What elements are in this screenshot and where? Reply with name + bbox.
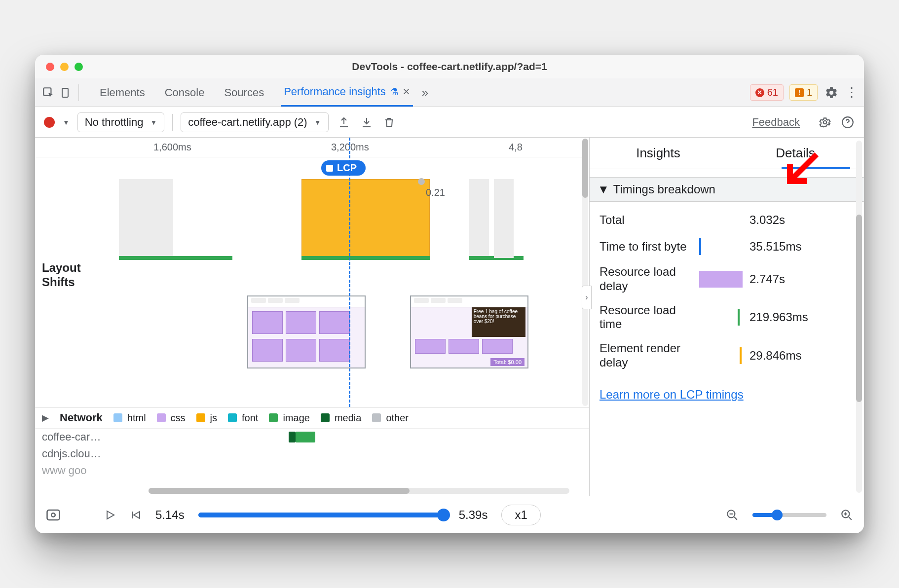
tab-insights[interactable]: Insights (590, 138, 727, 169)
timing-bar (301, 256, 430, 260)
filmstrip-frame (119, 179, 173, 258)
chevron-down-icon: ▼ (150, 118, 157, 126)
horizontal-scrollbar[interactable] (149, 488, 569, 494)
tab-label: Performance insights (284, 85, 386, 98)
import-icon[interactable] (359, 115, 374, 130)
record-menu-caret[interactable]: ▼ (63, 118, 70, 126)
help-icon[interactable] (840, 115, 855, 130)
metric-element-render-delay: Element render delay 29.846ms (590, 336, 864, 375)
tab-sources[interactable]: Sources (221, 78, 267, 107)
tab-label: Elements (100, 86, 145, 99)
learn-more-link[interactable]: Learn more on LCP timings (590, 380, 864, 409)
timeline-scrollbar[interactable] (582, 139, 588, 406)
details-tabs: Insights Details (590, 138, 864, 169)
svg-rect-4 (47, 510, 60, 520)
divider (172, 114, 173, 131)
svg-point-5 (51, 513, 55, 517)
legend-css: css (157, 412, 186, 424)
network-host: www goo (42, 464, 126, 477)
record-button[interactable] (44, 117, 55, 128)
cls-value: 0.21 (426, 187, 445, 198)
panel-tabs: Elements Console Sources Performance ins… (97, 78, 413, 107)
layout-shift-thumbnail[interactable]: Free 1 bag of coffee beans for purchase … (410, 295, 528, 368)
metric-total: Total 3.032s (590, 207, 864, 233)
playback-slider[interactable] (198, 513, 445, 517)
legend-image: image (269, 412, 309, 424)
layout-shift-thumbnail[interactable] (247, 295, 366, 368)
target-label: coffee-cart.netlify.app (2) (188, 116, 307, 129)
expand-icon[interactable]: ▶ (42, 412, 49, 423)
network-row[interactable]: cdnjs.clou… (35, 445, 589, 462)
play-button[interactable] (104, 509, 116, 521)
metric-ttfb: Time to first byte 35.515ms (590, 233, 864, 260)
devtools-window: DevTools - coffee-cart.netlify.app/?ad=1… (35, 55, 864, 533)
tab-console[interactable]: Console (162, 78, 208, 107)
lcp-marker[interactable]: LCP (321, 160, 366, 176)
rewind-button[interactable] (130, 509, 142, 521)
warnings-badge[interactable]: ! 1 (789, 84, 818, 101)
timeline[interactable]: 1,600ms 3,200ms 4,8 LCP (35, 138, 589, 407)
minimize-window-button[interactable] (60, 63, 69, 71)
cls-marker[interactable] (418, 178, 425, 185)
more-menu-icon[interactable]: ⋮ (845, 85, 858, 100)
network-track: ▶ Network html css js font image media o… (35, 407, 589, 496)
playhead[interactable] (349, 138, 350, 407)
tab-elements[interactable]: Elements (97, 78, 148, 107)
time-ruler: 1,600ms 3,200ms 4,8 (35, 138, 589, 157)
settings-icon[interactable] (824, 86, 838, 100)
timeline-lanes: 0.21 LayoutShifts Free 1 bag of coffee b (35, 157, 582, 407)
network-host: coffee-car… (42, 431, 126, 443)
more-tabs-button[interactable]: » (422, 86, 428, 100)
promo-banner-text: Free 1 bag of coffee beans for purchase … (472, 307, 525, 337)
zoom-out-icon[interactable] (726, 509, 739, 521)
export-icon[interactable] (337, 115, 351, 130)
legend-other: other (372, 412, 409, 424)
panel-scrollbar[interactable] (856, 141, 862, 493)
zoom-slider[interactable] (752, 513, 826, 517)
feedback-link[interactable]: Feedback (752, 116, 800, 129)
device-toolbar-icon[interactable] (58, 85, 73, 100)
preview-toggle-icon[interactable] (46, 509, 61, 521)
current-time: 5.14s (155, 508, 185, 522)
warning-icon: ! (795, 88, 804, 97)
chevron-down-icon: ▼ (314, 118, 321, 126)
timing-bar-js (301, 179, 430, 258)
throttling-label: No throttling (85, 116, 144, 129)
warnings-count: 1 (807, 87, 812, 98)
collapse-icon: ▼ (598, 183, 609, 196)
total-time: 5.39s (459, 508, 488, 522)
ruler-tick: 1,600ms (153, 142, 191, 153)
close-tab-icon[interactable]: ✕ (403, 86, 410, 97)
delete-icon[interactable] (382, 115, 397, 130)
target-select[interactable]: coffee-cart.netlify.app (2) ▼ (181, 112, 328, 132)
svg-point-2 (824, 120, 827, 124)
network-row[interactable]: www goo (35, 462, 589, 479)
tab-label: Console (165, 86, 205, 99)
playback-bar: 5.14s 5.39s x1 (35, 496, 864, 533)
tab-performance-insights[interactable]: Performance insights ⚗ ✕ (281, 78, 413, 107)
layout-shifts-track-label: LayoutShifts (42, 261, 81, 290)
tab-label: Sources (224, 86, 264, 99)
request-bar (289, 432, 296, 442)
metric-resource-load-delay: Resource load delay 2.747s (590, 260, 864, 298)
legend-font: font (228, 412, 258, 424)
thumbnail-total: Total: $0.00 (490, 358, 524, 366)
svg-rect-1 (62, 88, 68, 97)
timings-breakdown-header[interactable]: ▼ Timings breakdown (590, 177, 864, 202)
maximize-window-button[interactable] (75, 63, 83, 71)
network-row[interactable]: coffee-car… (35, 429, 589, 445)
metric-resource-load-time: Resource load time 219.963ms (590, 298, 864, 337)
throttling-select[interactable]: No throttling ▼ (77, 112, 164, 132)
legend-js: js (196, 412, 217, 424)
section-title: Timings breakdown (613, 183, 715, 196)
timings-metrics: Total 3.032s Time to first byte 35.515ms… (590, 202, 864, 380)
close-window-button[interactable] (46, 63, 54, 71)
panel-settings-icon[interactable] (818, 115, 832, 130)
lcp-label: LCP (337, 162, 357, 174)
speed-button[interactable]: x1 (501, 505, 540, 525)
inspect-element-icon[interactable] (41, 85, 56, 100)
collapse-panel-button[interactable]: › (582, 286, 592, 309)
errors-badge[interactable]: ✕ 61 (750, 84, 784, 101)
zoom-in-icon[interactable] (840, 509, 853, 521)
titlebar: DevTools - coffee-cart.netlify.app/?ad=1 (35, 55, 864, 78)
